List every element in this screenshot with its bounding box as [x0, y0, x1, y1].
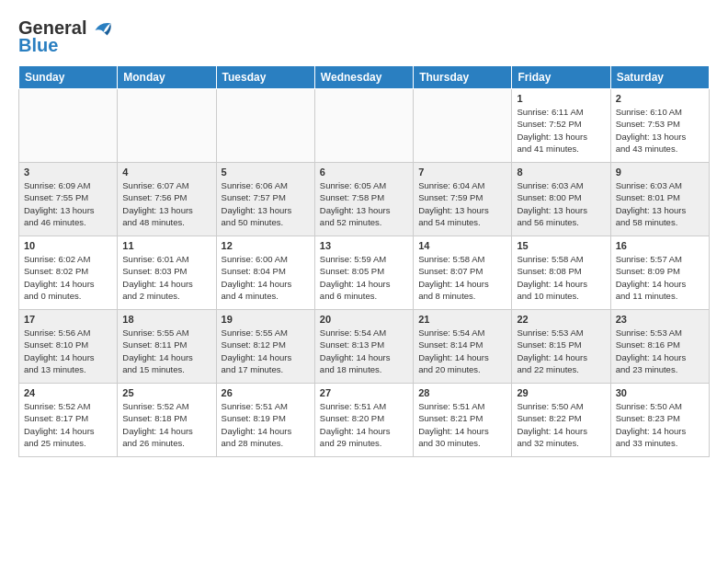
- day-info: Sunrise: 5:51 AMSunset: 8:21 PMDaylight:…: [418, 400, 506, 449]
- table-row: [19, 89, 118, 163]
- day-number: 10: [24, 240, 112, 251]
- day-info: Sunrise: 5:55 AMSunset: 8:11 PMDaylight:…: [122, 327, 210, 375]
- table-row: 20Sunrise: 5:54 AMSunset: 8:13 PMDayligh…: [314, 310, 413, 384]
- day-info-line: and 13 minutes.: [24, 363, 112, 375]
- day-info-line: and 20 minutes.: [418, 363, 506, 375]
- day-info: Sunrise: 6:03 AMSunset: 8:00 PMDaylight:…: [517, 179, 605, 228]
- day-info-line: Sunset: 8:11 PM: [122, 339, 210, 350]
- day-info-line: Sunset: 8:13 PM: [320, 339, 408, 350]
- day-info-line: Sunset: 8:19 PM: [222, 412, 310, 424]
- table-row: [414, 89, 512, 163]
- day-info-line: Sunrise: 5:56 AM: [24, 327, 112, 339]
- day-info: Sunrise: 6:10 AMSunset: 7:53 PMDaylight:…: [616, 106, 704, 155]
- table-row: 3Sunrise: 6:09 AMSunset: 7:55 PMDaylight…: [19, 163, 118, 236]
- day-info-line: Sunrise: 6:04 AM: [418, 179, 506, 191]
- table-row: 24Sunrise: 5:52 AMSunset: 8:17 PMDayligh…: [19, 384, 118, 457]
- day-info-line: Sunrise: 6:07 AM: [122, 179, 210, 191]
- day-info-line: Sunset: 8:10 PM: [24, 339, 112, 350]
- table-row: 8Sunrise: 6:03 AMSunset: 8:00 PMDaylight…: [512, 163, 610, 236]
- day-info-line: and 25 minutes.: [24, 437, 112, 449]
- day-info-line: and 33 minutes.: [616, 437, 704, 449]
- day-number: 13: [320, 240, 408, 251]
- table-row: 21Sunrise: 5:54 AMSunset: 8:14 PMDayligh…: [414, 310, 512, 384]
- day-info: Sunrise: 5:50 AMSunset: 8:23 PMDaylight:…: [616, 400, 704, 449]
- day-info-line: and 17 minutes.: [222, 363, 310, 375]
- day-info-line: Sunset: 8:20 PM: [320, 412, 408, 424]
- day-info-line: Daylight: 14 hours: [418, 351, 506, 363]
- day-info-line: Sunrise: 6:01 AM: [122, 253, 210, 265]
- day-info-line: Daylight: 14 hours: [616, 278, 704, 290]
- day-number: 23: [616, 314, 704, 325]
- day-info-line: Daylight: 13 hours: [222, 204, 310, 216]
- day-info: Sunrise: 5:59 AMSunset: 8:05 PMDaylight:…: [320, 253, 408, 302]
- table-row: 25Sunrise: 5:52 AMSunset: 8:18 PMDayligh…: [118, 384, 216, 457]
- calendar-week-row: 3Sunrise: 6:09 AMSunset: 7:55 PMDaylight…: [19, 163, 710, 236]
- day-info: Sunrise: 6:11 AMSunset: 7:52 PMDaylight:…: [517, 106, 605, 155]
- day-info-line: Sunrise: 6:09 AM: [24, 179, 112, 191]
- day-number: 2: [616, 93, 704, 104]
- table-row: 19Sunrise: 5:55 AMSunset: 8:12 PMDayligh…: [216, 310, 314, 384]
- day-info-line: Daylight: 13 hours: [418, 204, 506, 216]
- day-number: 17: [24, 314, 112, 325]
- day-info-line: Daylight: 14 hours: [418, 425, 506, 437]
- day-info-line: Daylight: 14 hours: [24, 351, 112, 363]
- day-info-line: Sunset: 8:23 PM: [616, 412, 704, 424]
- day-number: 24: [24, 387, 112, 398]
- day-info-line: Sunrise: 5:53 AM: [517, 327, 605, 339]
- day-info-line: Daylight: 14 hours: [418, 278, 506, 290]
- day-info-line: and 2 minutes.: [122, 290, 210, 302]
- day-number: 4: [122, 167, 210, 178]
- col-thursday: Thursday: [414, 66, 512, 89]
- day-number: 26: [222, 387, 310, 398]
- day-info-line: Daylight: 14 hours: [222, 425, 310, 437]
- table-row: 10Sunrise: 6:02 AMSunset: 8:02 PMDayligh…: [19, 236, 118, 310]
- day-info: Sunrise: 5:55 AMSunset: 8:12 PMDaylight:…: [222, 327, 310, 375]
- day-info: Sunrise: 5:58 AMSunset: 8:07 PMDaylight:…: [418, 253, 506, 302]
- day-info-line: Sunset: 8:17 PM: [24, 412, 112, 424]
- day-info-line: and 43 minutes.: [616, 143, 704, 155]
- day-info-line: Daylight: 14 hours: [517, 351, 605, 363]
- day-info-line: Sunrise: 6:05 AM: [320, 179, 408, 191]
- day-info-line: Sunrise: 5:51 AM: [320, 400, 408, 412]
- day-info-line: Sunset: 8:00 PM: [517, 191, 605, 203]
- day-info: Sunrise: 6:02 AMSunset: 8:02 PMDaylight:…: [24, 253, 112, 302]
- table-row: 14Sunrise: 5:58 AMSunset: 8:07 PMDayligh…: [414, 236, 512, 310]
- day-info-line: Sunrise: 5:50 AM: [616, 400, 704, 412]
- day-info-line: and 46 minutes.: [24, 216, 112, 228]
- day-info-line: Daylight: 14 hours: [122, 425, 210, 437]
- day-info: Sunrise: 5:57 AMSunset: 8:09 PMDaylight:…: [616, 253, 704, 302]
- day-info-line: Daylight: 14 hours: [24, 425, 112, 437]
- day-info-line: Daylight: 13 hours: [616, 131, 704, 143]
- day-info-line: Sunset: 7:56 PM: [122, 191, 210, 203]
- day-info-line: Daylight: 13 hours: [616, 204, 704, 216]
- day-info-line: and 22 minutes.: [517, 363, 605, 375]
- day-info-line: Daylight: 14 hours: [517, 278, 605, 290]
- day-info-line: Sunrise: 6:06 AM: [222, 179, 310, 191]
- day-info: Sunrise: 6:05 AMSunset: 7:58 PMDaylight:…: [320, 179, 408, 228]
- day-info: Sunrise: 6:01 AMSunset: 8:03 PMDaylight:…: [122, 253, 210, 302]
- day-info-line: Sunrise: 5:54 AM: [418, 327, 506, 339]
- table-row: 9Sunrise: 6:03 AMSunset: 8:01 PMDaylight…: [610, 163, 709, 236]
- day-info: Sunrise: 5:54 AMSunset: 8:14 PMDaylight:…: [418, 327, 506, 375]
- table-row: 17Sunrise: 5:56 AMSunset: 8:10 PMDayligh…: [19, 310, 118, 384]
- day-info-line: Sunset: 7:52 PM: [517, 118, 605, 130]
- day-info-line: and 50 minutes.: [222, 216, 310, 228]
- day-number: 21: [418, 314, 506, 325]
- day-info-line: Daylight: 14 hours: [616, 425, 704, 437]
- table-row: [314, 89, 413, 163]
- day-info-line: and 0 minutes.: [24, 290, 112, 302]
- table-row: 2Sunrise: 6:10 AMSunset: 7:53 PMDaylight…: [610, 89, 709, 163]
- table-row: 30Sunrise: 5:50 AMSunset: 8:23 PMDayligh…: [610, 384, 709, 457]
- day-info: Sunrise: 6:04 AMSunset: 7:59 PMDaylight:…: [418, 179, 506, 228]
- day-info-line: Daylight: 14 hours: [222, 351, 310, 363]
- day-info-line: Daylight: 14 hours: [616, 351, 704, 363]
- table-row: 27Sunrise: 5:51 AMSunset: 8:20 PMDayligh…: [314, 384, 413, 457]
- calendar-week-row: 10Sunrise: 6:02 AMSunset: 8:02 PMDayligh…: [19, 236, 710, 310]
- day-info: Sunrise: 6:07 AMSunset: 7:56 PMDaylight:…: [122, 179, 210, 228]
- table-row: 4Sunrise: 6:07 AMSunset: 7:56 PMDaylight…: [118, 163, 216, 236]
- logo: General Blue: [18, 15, 114, 56]
- logo-bird-icon: [88, 15, 114, 40]
- day-number: 12: [222, 240, 310, 251]
- table-row: 1Sunrise: 6:11 AMSunset: 7:52 PMDaylight…: [512, 89, 610, 163]
- day-info-line: and 23 minutes.: [616, 363, 704, 375]
